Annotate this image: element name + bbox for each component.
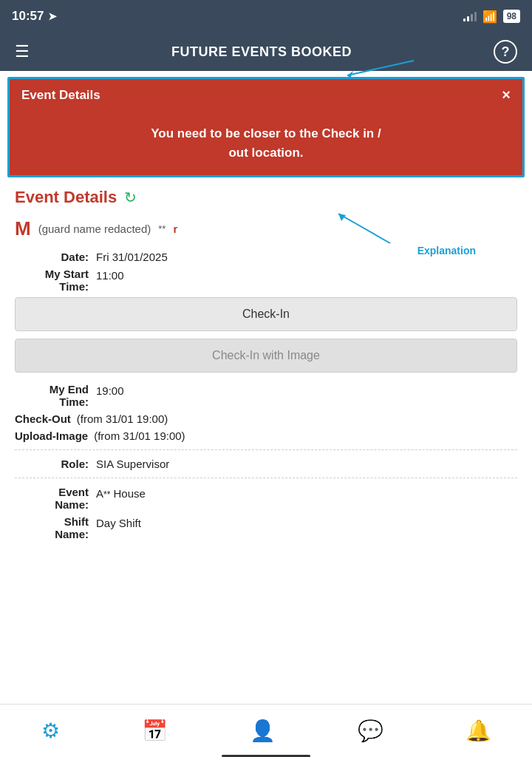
status-right: 📶 98 bbox=[463, 10, 520, 24]
upload-note: (from 31/01 19:00) bbox=[94, 430, 185, 442]
tab-profile[interactable]: 👤 bbox=[250, 721, 276, 741]
checkout-row: Check-Out (from 31/01 19:00) bbox=[15, 413, 517, 425]
start-label2: Time: bbox=[15, 280, 89, 293]
event-details-title: Event Details bbox=[21, 88, 100, 103]
checkout-label: Check-Out bbox=[15, 413, 71, 425]
location-icon: ➤ bbox=[48, 10, 57, 22]
content-section: Event Details ↻ M (guard name redacted) … bbox=[0, 177, 532, 540]
separator2 bbox=[15, 478, 517, 478]
wifi-icon: 📶 bbox=[482, 10, 497, 24]
battery-display: 98 bbox=[503, 10, 520, 23]
shift-label2: Name: bbox=[15, 528, 89, 540]
close-button[interactable]: × bbox=[502, 86, 511, 103]
status-time: 10:57 ➤ bbox=[12, 9, 57, 24]
checkin-image-button[interactable]: Check-In with Image bbox=[15, 339, 517, 373]
date-row: Date: Fri 31/01/2025 bbox=[15, 251, 517, 263]
event-details-container: Event Details × You need to be closer to… bbox=[7, 77, 525, 177]
tab-messages[interactable]: 💬 bbox=[358, 721, 383, 741]
event-details-header: Event Details × bbox=[10, 79, 522, 111]
event-name-label1: Event bbox=[15, 486, 89, 498]
section-title: Event Details bbox=[15, 188, 117, 207]
status-bar: 10:57 ➤ 📶 98 bbox=[0, 0, 532, 33]
role-row: Role: SIA Supervisor bbox=[15, 458, 517, 470]
shift-value: Day Shift bbox=[96, 515, 141, 529]
shift-name-row: Shift Name: Day Shift bbox=[15, 515, 517, 540]
signal-icon bbox=[463, 11, 477, 21]
checkin-button[interactable]: Check-In bbox=[15, 297, 517, 331]
tab-notifications[interactable]: 🔔 bbox=[466, 721, 491, 741]
end-label2: Time: bbox=[15, 396, 89, 408]
guard-row: M (guard name redacted) ** r bbox=[15, 217, 517, 240]
event-name-value: A** House bbox=[96, 486, 146, 500]
messages-icon: 💬 bbox=[358, 721, 383, 741]
start-time-value: 11:00 bbox=[96, 268, 124, 282]
profile-icon: 👤 bbox=[250, 721, 276, 741]
help-button[interactable]: ? bbox=[494, 40, 517, 64]
guard-stars: ** bbox=[158, 223, 166, 234]
end-label1: My End bbox=[15, 383, 89, 396]
role-value: SIA Supervisor bbox=[96, 458, 169, 470]
event-name-label2: Name: bbox=[15, 498, 89, 511]
nav-bar: ☰ FUTURE EVENTS BOOKED ? bbox=[0, 33, 532, 71]
tab-calendar[interactable]: 📅 bbox=[142, 721, 168, 741]
start-label1: My Start bbox=[15, 268, 89, 280]
tab-bar: ⚙ 📅 👤 💬 🔔 bbox=[0, 704, 532, 757]
end-time-value: 19:00 bbox=[96, 383, 124, 397]
start-time-row: My Start Time: 11:00 bbox=[15, 268, 517, 293]
checkout-note: (from 31/01 19:00) bbox=[77, 413, 168, 425]
guard-name: (guard name redacted) bbox=[38, 223, 151, 235]
nav-title: FUTURE EVENTS BOOKED bbox=[171, 44, 352, 60]
date-label: Date: bbox=[15, 251, 96, 263]
end-time-row: My End Time: 19:00 bbox=[15, 383, 517, 408]
notifications-icon: 🔔 bbox=[466, 721, 491, 741]
guard-initial: M bbox=[15, 217, 31, 240]
tab-settings[interactable]: ⚙ bbox=[41, 721, 60, 741]
section-title-row: Event Details ↻ bbox=[15, 188, 517, 207]
time-display: 10:57 bbox=[12, 9, 44, 24]
shift-label1: Shift bbox=[15, 515, 89, 528]
calendar-icon: 📅 bbox=[142, 721, 168, 741]
upload-row: Upload-Image (from 31/01 19:00) bbox=[15, 430, 517, 442]
main-content: Event Details × You need to be closer to… bbox=[0, 77, 532, 540]
error-banner: You need to be closer to the Check in / … bbox=[10, 111, 522, 175]
date-value: Fri 31/01/2025 bbox=[96, 251, 168, 263]
refresh-icon[interactable]: ↻ bbox=[124, 189, 137, 206]
menu-icon[interactable]: ☰ bbox=[15, 42, 30, 61]
role-label: Role: bbox=[15, 458, 96, 470]
settings-icon: ⚙ bbox=[41, 721, 60, 741]
error-line2: out location. bbox=[228, 146, 303, 160]
upload-label: Upload-Image bbox=[15, 430, 88, 442]
guard-flag: r bbox=[173, 223, 177, 235]
separator1 bbox=[15, 449, 517, 450]
event-name-row: Event Name: A** House bbox=[15, 486, 517, 511]
error-line1: You need to be closer to the Check in / bbox=[151, 126, 381, 140]
